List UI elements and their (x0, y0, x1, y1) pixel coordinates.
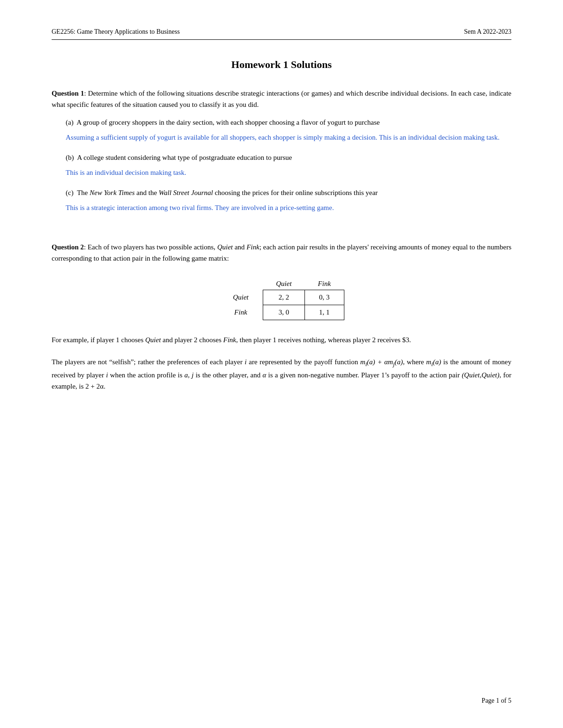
matrix-row-label-fink: Fink (219, 305, 263, 320)
question-1-text: Question 1: Determine which of the follo… (52, 88, 511, 110)
question-1-part-b: (b) A college student considering what t… (66, 152, 511, 179)
para1-suffix: , then player 1 receives nothing, wherea… (236, 336, 411, 344)
matrix-corner (219, 278, 263, 290)
para2-text: The players are not “selfish”; rather th… (52, 358, 511, 390)
page-number: Page 1 of 5 (482, 697, 511, 704)
page-title: Homework 1 Solutions (52, 59, 511, 71)
question-2-para1: For example, if player 1 chooses Quiet a… (52, 334, 511, 346)
question-1-parts: (a) A group of grocery shoppers in the d… (52, 117, 511, 213)
matrix-cell-fq: 3, 0 (263, 305, 304, 320)
part-b-text: A college student considering what type … (77, 154, 292, 161)
page: GE2256: Game Theory Applications to Busi… (0, 0, 563, 728)
question-1-part-a: (a) A group of grocery shoppers in the d… (66, 117, 511, 143)
question-1: Question 1: Determine which of the follo… (52, 88, 511, 213)
question-2-label: Question 2 (52, 243, 84, 251)
question-2-text: Question 2: Each of two players has two … (52, 241, 511, 264)
question-2-and: and (233, 243, 246, 251)
part-c-label: (c) (66, 189, 77, 196)
part-c-italic2: Wall Street Journal (159, 189, 213, 196)
question-2-quiet: Quiet (217, 243, 233, 251)
part-a-text: A group of grocery shoppers in the dairy… (76, 119, 380, 126)
part-c-text-mid: and the (135, 189, 159, 196)
matrix-col-header-fink: Fink (305, 278, 344, 290)
matrix-row-label-quiet: Quiet (219, 290, 263, 305)
part-b-label: (b) (66, 154, 77, 161)
question-2: Question 2: Each of two players has two … (52, 241, 511, 392)
part-c-text-before: The (77, 189, 90, 196)
game-matrix-table: Quiet Fink Quiet 2, 2 0, 3 Fink 3, 0 (219, 278, 344, 320)
matrix-cell-qq: 2, 2 (263, 290, 304, 305)
part-c-text-after: choosing the prices for their online sub… (213, 189, 378, 196)
header-semester: Sem A 2022-2023 (464, 28, 511, 36)
matrix-row-fink: Fink 3, 0 1, 1 (219, 305, 344, 320)
question-2-text-prefix: : Each of two players has two possible a… (84, 243, 217, 251)
para1-prefix: For example, if player 1 chooses (52, 336, 145, 344)
question-1-part-c: (c) The New York Times and the Wall Stre… (66, 187, 511, 214)
matrix-row-quiet: Quiet 2, 2 0, 3 (219, 290, 344, 305)
question-2-fink: Fink (246, 243, 259, 251)
part-a-label: (a) (66, 119, 76, 126)
para1-mid: and player 2 chooses (161, 336, 223, 344)
page-footer: Page 1 of 5 (482, 697, 511, 705)
question-1-label: Question 1 (52, 90, 84, 97)
question-1-body: : Determine which of the following situa… (52, 90, 511, 108)
matrix-cell-ff: 1, 1 (305, 305, 344, 320)
question-2-para2: The players are not “selfish”; rather th… (52, 356, 511, 392)
part-c-answer: This is a strategic interaction among tw… (66, 202, 511, 214)
header: GE2256: Game Theory Applications to Busi… (52, 28, 511, 40)
header-course: GE2256: Game Theory Applications to Busi… (52, 28, 180, 36)
part-b-answer: This is an individual decision making ta… (66, 167, 511, 179)
part-a-answer: Assuming a sufficient supply of yogurt i… (66, 132, 511, 143)
game-matrix-wrapper: Quiet Fink Quiet 2, 2 0, 3 Fink 3, 0 (219, 278, 344, 320)
para1-quiet: Quiet (145, 336, 161, 344)
game-matrix-container: Quiet Fink Quiet 2, 2 0, 3 Fink 3, 0 (52, 278, 511, 320)
matrix-col-header-quiet: Quiet (263, 278, 304, 290)
part-c-italic1: New York Times (90, 189, 135, 196)
para1-fink: Fink (223, 336, 236, 344)
matrix-cell-qf: 0, 3 (305, 290, 344, 305)
